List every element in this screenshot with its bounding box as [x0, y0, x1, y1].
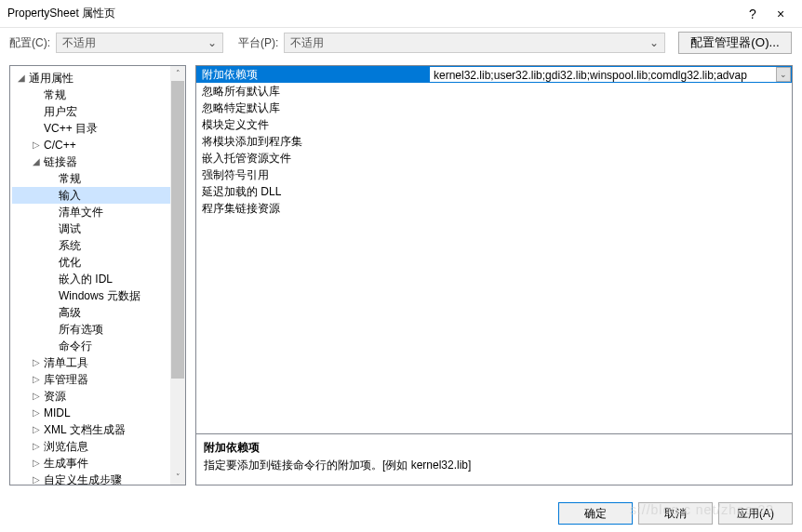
- tree-item-label: 优化: [57, 254, 81, 271]
- help-button[interactable]: ?: [739, 0, 767, 28]
- property-row[interactable]: 忽略所有默认库: [196, 83, 792, 100]
- tree-item-label: 所有选项: [57, 321, 103, 338]
- dropdown-icon[interactable]: ⌄: [776, 67, 791, 82]
- apply-button[interactable]: 应用(A): [718, 502, 793, 525]
- platform-select[interactable]: 不适用 ⌄: [284, 33, 665, 53]
- tree-item[interactable]: 输入: [12, 187, 183, 204]
- tree-item-label: 常规: [57, 170, 81, 187]
- category-tree[interactable]: ◢通用属性常规用户宏VC++ 目录▷C/C++◢链接器常规输入清单文件调试系统优…: [10, 66, 185, 485]
- tree-item[interactable]: 清单文件: [12, 204, 183, 220]
- tree-item[interactable]: 嵌入的 IDL: [12, 271, 183, 287]
- tree-item-label: 清单工具: [42, 354, 88, 371]
- cancel-button[interactable]: 取消: [638, 502, 713, 525]
- tree-item[interactable]: ▷MIDL: [12, 405, 183, 421]
- property-name: 忽略所有默认库: [196, 83, 429, 100]
- description-text: 指定要添加到链接命令行的附加项。[例如 kernel32.lib]: [204, 458, 784, 473]
- property-value[interactable]: [429, 183, 792, 200]
- property-row[interactable]: 模块定义文件: [196, 116, 792, 133]
- property-row[interactable]: 将模块添加到程序集: [196, 133, 792, 150]
- tree-item[interactable]: ◢链接器: [12, 153, 183, 170]
- tree-item[interactable]: 优化: [12, 254, 183, 271]
- property-value[interactable]: [429, 166, 792, 183]
- property-row[interactable]: 附加依赖项kernel32.lib;user32.lib;gdi32.lib;w…: [196, 66, 792, 83]
- tree-item[interactable]: 所有选项: [12, 321, 183, 338]
- property-name: 模块定义文件: [196, 116, 429, 133]
- expander-icon[interactable]: ▷: [31, 472, 42, 485]
- tree-item-label: 输入: [57, 187, 81, 204]
- tree-item[interactable]: 调试: [12, 220, 183, 237]
- platform-value: 不适用: [290, 35, 324, 51]
- property-grid[interactable]: 附加依赖项kernel32.lib;user32.lib;gdi32.lib;w…: [195, 65, 793, 434]
- scroll-down-icon[interactable]: ˅: [170, 470, 185, 485]
- scroll-up-icon[interactable]: ˄: [170, 66, 185, 81]
- title-bar: PropertySheet 属性页 ? ×: [0, 0, 802, 28]
- tree-item[interactable]: Windows 元数据: [12, 287, 183, 304]
- tree-item-label: 高级: [57, 304, 81, 321]
- expander-icon[interactable]: ▷: [31, 137, 42, 153]
- property-value[interactable]: kernel32.lib;user32.lib;gdi32.lib;winspo…: [429, 66, 792, 83]
- ok-button[interactable]: 确定: [558, 502, 633, 525]
- property-value[interactable]: [429, 116, 792, 133]
- property-name: 嵌入托管资源文件: [196, 150, 429, 166]
- config-manager-button[interactable]: 配置管理器(O)...: [678, 32, 791, 54]
- tree-item-label: C/C++: [42, 137, 76, 153]
- expander-icon[interactable]: ▷: [31, 438, 42, 455]
- chevron-down-icon: ⌄: [207, 36, 217, 49]
- tree-item[interactable]: 高级: [12, 304, 183, 321]
- property-value[interactable]: [429, 200, 792, 217]
- tree-item[interactable]: VC++ 目录: [12, 120, 183, 137]
- tree-item[interactable]: 常规: [12, 86, 183, 103]
- expander-icon[interactable]: ▷: [31, 405, 42, 421]
- property-name: 忽略特定默认库: [196, 100, 429, 116]
- right-panel: 附加依赖项kernel32.lib;user32.lib;gdi32.lib;w…: [195, 65, 793, 485]
- expander-icon[interactable]: ◢: [16, 70, 27, 86]
- property-row[interactable]: 延迟加载的 DLL: [196, 183, 792, 200]
- property-value[interactable]: [429, 133, 792, 150]
- expander-icon[interactable]: ▷: [31, 388, 42, 405]
- property-row[interactable]: 嵌入托管资源文件: [196, 150, 792, 166]
- config-select[interactable]: 不适用 ⌄: [56, 33, 223, 53]
- expander-icon[interactable]: ▷: [31, 354, 42, 371]
- expander-icon[interactable]: ▷: [31, 421, 42, 438]
- property-name: 程序集链接资源: [196, 200, 429, 217]
- scroll-thumb[interactable]: [171, 81, 184, 379]
- tree-item-label: 嵌入的 IDL: [57, 271, 113, 287]
- property-value[interactable]: [429, 100, 792, 116]
- tree-item[interactable]: ▷XML 文档生成器: [12, 421, 183, 438]
- dialog-footer: 确定 取消 应用(A): [558, 502, 793, 525]
- property-row[interactable]: 忽略特定默认库: [196, 100, 792, 116]
- tree-item[interactable]: ▷生成事件: [12, 455, 183, 472]
- description-title: 附加依赖项: [204, 440, 784, 456]
- property-row[interactable]: 程序集链接资源: [196, 200, 792, 217]
- window-title: PropertySheet 属性页: [7, 6, 739, 21]
- property-value[interactable]: [429, 83, 792, 100]
- tree-item[interactable]: ▷库管理器: [12, 371, 183, 388]
- tree-item[interactable]: 常规: [12, 170, 183, 187]
- property-value[interactable]: [429, 150, 792, 166]
- expander-icon[interactable]: ▷: [31, 371, 42, 388]
- tree-item[interactable]: 系统: [12, 237, 183, 254]
- tree-item-label: 通用属性: [27, 70, 74, 86]
- tree-item[interactable]: ▷资源: [12, 388, 183, 405]
- tree-item-label: 自定义生成步骤: [42, 472, 122, 485]
- tree-item-label: Windows 元数据: [57, 287, 140, 304]
- chevron-down-icon: ⌄: [649, 36, 659, 49]
- tree-item[interactable]: ▷清单工具: [12, 354, 183, 371]
- tree-item[interactable]: ▷自定义生成步骤: [12, 472, 183, 485]
- tree-item-label: 资源: [42, 388, 66, 405]
- tree-item-label: VC++ 目录: [42, 120, 98, 137]
- tree-item[interactable]: ◢通用属性: [12, 70, 183, 86]
- expander-icon[interactable]: ◢: [31, 153, 42, 170]
- main-area: ◢通用属性常规用户宏VC++ 目录▷C/C++◢链接器常规输入清单文件调试系统优…: [0, 58, 802, 485]
- tree-item-label: 调试: [57, 220, 81, 237]
- expander-icon[interactable]: ▷: [31, 455, 42, 472]
- tree-item[interactable]: ▷C/C++: [12, 137, 183, 153]
- tree-scrollbar[interactable]: ˄ ˅: [170, 66, 185, 485]
- close-button[interactable]: ×: [767, 0, 795, 28]
- property-row[interactable]: 强制符号引用: [196, 166, 792, 183]
- tree-item-label: 生成事件: [42, 455, 88, 472]
- tree-item[interactable]: 用户宏: [12, 103, 183, 120]
- tree-item[interactable]: 命令行: [12, 338, 183, 354]
- tree-item-label: XML 文档生成器: [42, 421, 126, 438]
- tree-item[interactable]: ▷浏览信息: [12, 438, 183, 455]
